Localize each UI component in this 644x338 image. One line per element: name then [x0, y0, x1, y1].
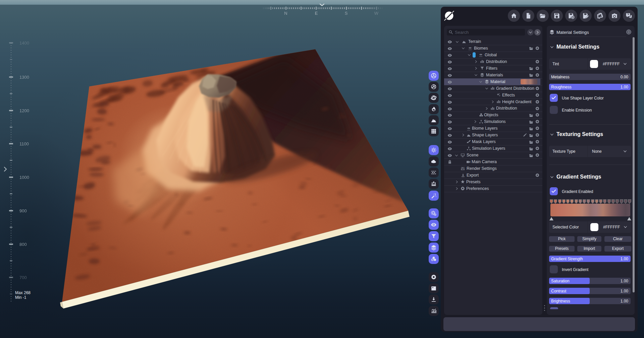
- svg-text:1300: 1300: [19, 75, 29, 80]
- svg-text:S: S: [345, 11, 348, 16]
- svg-text:N: N: [284, 11, 287, 16]
- svg-text:800: 800: [19, 242, 27, 247]
- svg-text:W: W: [374, 11, 379, 16]
- svg-text:900: 900: [19, 208, 27, 213]
- svg-text:700: 700: [19, 275, 27, 280]
- svg-text:1100: 1100: [19, 141, 29, 146]
- svg-text:1000: 1000: [19, 175, 29, 180]
- svg-text:1400: 1400: [19, 41, 29, 46]
- svg-text:1200: 1200: [19, 108, 29, 113]
- svg-text:E: E: [315, 11, 318, 16]
